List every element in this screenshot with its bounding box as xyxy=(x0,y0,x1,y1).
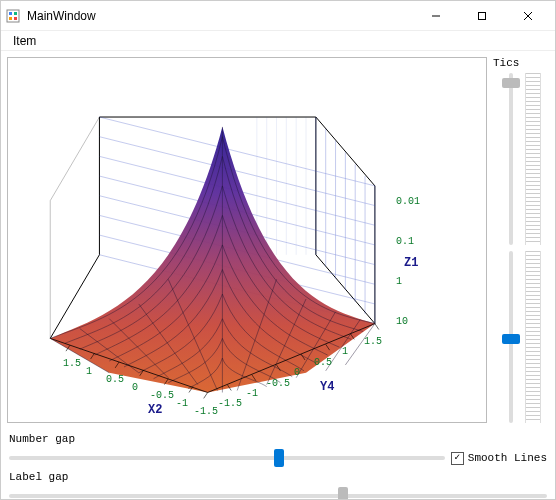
z-tick: 0.1 xyxy=(396,236,414,247)
y-tick: -0.5 xyxy=(266,378,290,389)
checkbox-icon: ✓ xyxy=(451,452,464,465)
y-axis-label: Y4 xyxy=(320,380,334,394)
tics-slider-1[interactable] xyxy=(501,73,521,245)
window-titlebar: MainWindow xyxy=(1,1,555,31)
y-tick: 1 xyxy=(342,346,348,357)
y-tick: 1.5 xyxy=(364,336,382,347)
svg-line-9 xyxy=(99,117,374,186)
tics-label: Tics xyxy=(493,57,549,69)
minimize-icon xyxy=(431,11,441,21)
z-tick: 1 xyxy=(396,276,402,287)
y-tick: -1 xyxy=(246,388,258,399)
smooth-lines-label: Smooth Lines xyxy=(468,452,547,464)
y-tick: -1.5 xyxy=(218,398,242,409)
number-gap-slider[interactable] xyxy=(9,449,445,467)
side-panel: Tics xyxy=(493,57,549,423)
close-button[interactable] xyxy=(505,1,551,31)
plot-frame[interactable]: X2 Y4 Z1 1.5 1 0.5 0 -0.5 -1 -1.5 -1.5 -… xyxy=(7,57,487,423)
svg-rect-1 xyxy=(9,12,12,15)
x-tick: 1.5 xyxy=(63,358,81,369)
menu-item[interactable]: Item xyxy=(7,32,42,50)
z-tick: 10 xyxy=(396,316,408,327)
x-tick: -1 xyxy=(176,398,188,409)
z-tick: 0.01 xyxy=(396,196,420,207)
svg-line-36 xyxy=(204,392,208,398)
bottom-panel: Number gap ✓ Smooth Lines Label gap xyxy=(1,429,555,500)
y-tick: 0.5 xyxy=(314,357,332,368)
svg-rect-2 xyxy=(14,12,17,15)
x-tick: 0.5 xyxy=(106,374,124,385)
menubar: Item xyxy=(1,31,555,51)
maximize-icon xyxy=(477,11,487,21)
label-gap-label: Label gap xyxy=(9,471,79,483)
smooth-lines-checkbox[interactable]: ✓ Smooth Lines xyxy=(451,452,547,465)
svg-rect-0 xyxy=(7,10,19,22)
svg-rect-4 xyxy=(14,17,17,20)
minimize-button[interactable] xyxy=(413,1,459,31)
maximize-button[interactable] xyxy=(459,1,505,31)
number-gap-label: Number gap xyxy=(9,433,79,445)
x-tick: -0.5 xyxy=(150,390,174,401)
svg-rect-6 xyxy=(479,12,486,19)
tics-slider-2[interactable] xyxy=(501,251,521,423)
x-tick: 0 xyxy=(132,382,138,393)
window-title: MainWindow xyxy=(27,9,96,23)
z-axis-label: Z1 xyxy=(404,256,418,270)
tics-ruler-1 xyxy=(525,73,541,245)
label-gap-slider[interactable] xyxy=(9,487,547,500)
x-tick: -1.5 xyxy=(194,406,218,417)
close-icon xyxy=(523,11,533,21)
x-axis-label: X2 xyxy=(148,403,162,417)
x-tick: 1 xyxy=(86,366,92,377)
content-area: X2 Y4 Z1 1.5 1 0.5 0 -0.5 -1 -1.5 -1.5 -… xyxy=(1,51,555,429)
y-tick: 0 xyxy=(294,367,300,378)
svg-line-43 xyxy=(375,324,379,330)
app-icon xyxy=(5,8,21,24)
svg-rect-3 xyxy=(9,17,12,20)
tics-ruler-2 xyxy=(525,251,541,423)
